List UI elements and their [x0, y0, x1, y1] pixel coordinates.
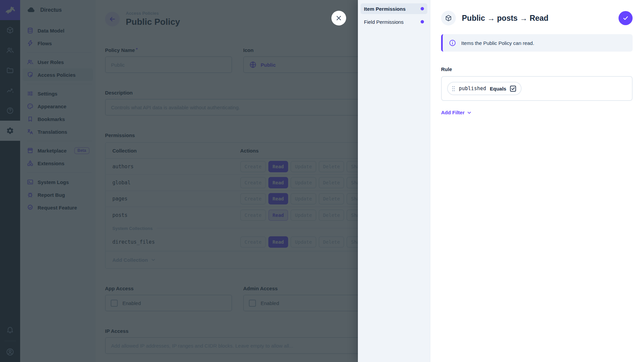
- drawer-close-button[interactable]: [331, 11, 346, 25]
- status-dot-icon: [421, 7, 424, 10]
- filter-field-name[interactable]: published: [459, 85, 486, 92]
- checkbox-checked-icon[interactable]: [510, 85, 516, 92]
- tab-label: Field Permissions: [364, 19, 404, 25]
- tab-item-permissions[interactable]: Item Permissions: [361, 3, 427, 14]
- filter-operator[interactable]: Equals: [490, 86, 506, 92]
- rule-editor: published Equals: [441, 76, 633, 101]
- permissions-drawer: Item Permissions Field Permissions Publi…: [358, 0, 644, 362]
- notice-text: Items the Public Policy can read.: [461, 40, 534, 46]
- tab-field-permissions[interactable]: Field Permissions: [361, 16, 427, 27]
- info-icon: [449, 39, 456, 47]
- info-notice: Items the Public Policy can read.: [441, 34, 633, 52]
- check-icon: [622, 15, 629, 21]
- drawer-header: Public → posts → Read: [441, 11, 633, 25]
- filter-pill[interactable]: published Equals: [447, 82, 522, 95]
- add-filter-button[interactable]: Add Filter: [441, 110, 472, 115]
- drawer-content: Public → posts → Read Items the Public P…: [430, 0, 644, 362]
- save-button[interactable]: [619, 11, 633, 25]
- drawer-title: Public → posts → Read: [462, 14, 612, 23]
- status-dot-icon: [421, 20, 424, 23]
- tab-label: Item Permissions: [364, 6, 406, 12]
- chevron-down-icon: [467, 110, 472, 115]
- drawer-tab-list: Item Permissions Field Permissions: [358, 0, 430, 362]
- box-icon: [441, 11, 456, 25]
- rule-label: Rule: [441, 66, 633, 72]
- close-icon: [335, 14, 342, 22]
- drag-handle-icon[interactable]: [452, 86, 455, 92]
